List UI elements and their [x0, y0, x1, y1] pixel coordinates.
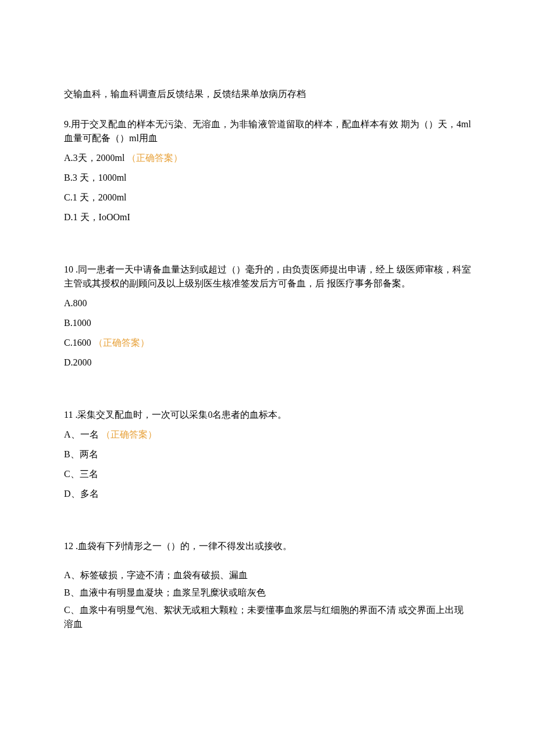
q10-c-correct-label: （正确答案）: [94, 338, 149, 347]
intro-text: 交输血科，输血科调查后反馈结果，反馈结果单放病历存档: [64, 87, 471, 101]
q9-option-b: B.3 天，1000ml: [64, 171, 471, 185]
q10-stem: 10 .同一患者一天中请备血量达到或超过（）毫升的，由负责医师提出申请，经上 级…: [64, 263, 471, 291]
q9-a-text: A.3天，2000ml: [64, 153, 124, 163]
q11-option-c: C、三名: [64, 467, 471, 481]
spacer: [64, 375, 471, 392]
spacer: [64, 558, 471, 565]
q10-option-c: C.1600 （正确答案）: [64, 336, 471, 350]
q12-stem: 12 .血袋有下列情形之一（）的，一律不得发出或接收。: [64, 539, 471, 553]
q12-option-c: C、血浆中有明显气泡、絮状无或粗大颗粒；未要懂事血浆层与红细胞的界面不清 或交界…: [64, 603, 471, 631]
q9-option-c: C.1 天，2000ml: [64, 191, 471, 205]
q9-a-correct-label: （正确答案）: [127, 153, 183, 163]
q9-option-d: D.1 天，IoOOmI: [64, 210, 471, 224]
q11-a-correct-label: （正确答案）: [101, 429, 157, 439]
q10-option-b: B.1000: [64, 316, 471, 330]
q9-option-a: A.3天，2000ml （正确答案）: [64, 151, 471, 165]
document-page: 交输血科，输血科调查后反馈结果，反馈结果单放病历存档 9.用于交叉配血的样本无污…: [0, 0, 535, 756]
q11-a-text: A、一名: [64, 429, 99, 439]
q10-option-a: A.800: [64, 296, 471, 310]
q12-option-b: B、血液中有明显血凝块；血浆呈乳糜状或暗灰色: [64, 586, 471, 600]
q11-option-d: D、多名: [64, 487, 471, 501]
q11-option-b: B、两名: [64, 447, 471, 461]
spacer: [64, 507, 471, 523]
q9-stem: 9.用于交叉配血的样本无污染、无溶血，为非输液管道留取的样本，配血样本有效 期为…: [64, 117, 471, 145]
q11-stem: 11 .采集交叉配血时，一次可以采集0名患者的血标本。: [64, 408, 471, 422]
spacer: [64, 230, 471, 246]
q10-c-text: C.1600: [64, 338, 91, 347]
q12-option-a: A、标签破损，字迹不清；血袋有破损、漏血: [64, 568, 471, 582]
q10-option-d: D.2000: [64, 356, 471, 370]
q11-option-a: A、一名 （正确答案）: [64, 428, 471, 442]
